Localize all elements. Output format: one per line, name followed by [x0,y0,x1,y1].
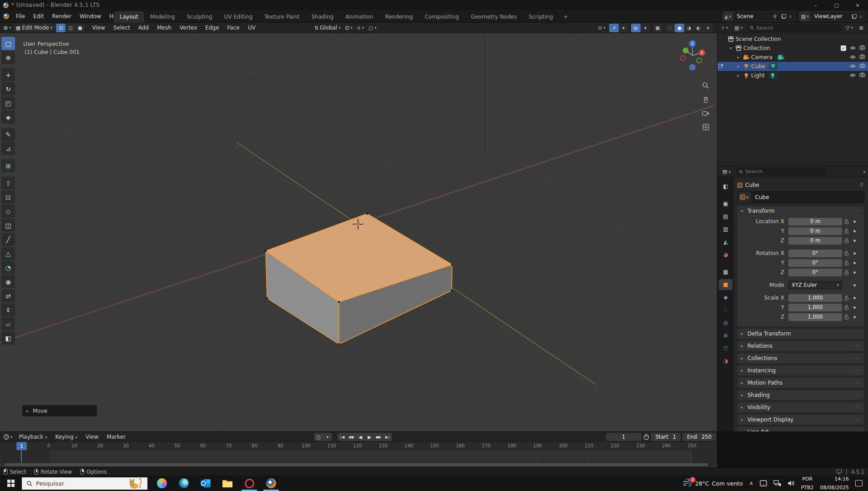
viewport-menu-face[interactable]: Face [223,23,244,33]
pan-hand-button[interactable] [700,94,712,105]
jump-to-end-button[interactable]: ▶∣ [383,433,392,441]
outliner-row-scene-collection[interactable]: Scene Collection [717,35,868,44]
notification-center-button[interactable] [852,476,868,491]
solid-shading-button[interactable]: ● [675,24,684,32]
properties-tab-view-layer[interactable]: ▥ [719,224,732,235]
viewport-menu-vertex[interactable]: Vertex [176,23,202,33]
properties-tab-modifiers[interactable]: ◆ [719,292,732,303]
disable-render-toggle[interactable] [859,72,865,79]
animate-dot[interactable] [851,316,858,318]
tool-select-box[interactable]: ▢ [1,37,15,50]
taskbar-app-edge[interactable] [173,476,195,491]
taskbar-app-file-explorer[interactable] [217,476,238,491]
tool-smooth[interactable]: ◉ [1,275,15,288]
transform-orientation-dropdown[interactable]: ⇅Global▾ [312,24,343,32]
animate-dot[interactable] [851,262,858,264]
network-icon[interactable] [770,476,784,491]
tab-shading[interactable]: Shading [305,11,339,23]
navigation-gizmo[interactable]: Z X [673,36,712,75]
tool-loop-cut[interactable]: ◫ [1,219,15,232]
panel-grip[interactable]: ∷∷ [855,430,861,431]
tab-animation[interactable]: Animation [339,11,379,23]
tab-scripting[interactable]: Scripting [523,11,559,23]
start-button[interactable] [0,476,22,491]
xray-toggle[interactable]: ▩ [653,24,662,32]
scene-selector[interactable]: ◭▾ Scene × [722,11,796,21]
clock[interactable]: 14:16 08/08/2025 [817,476,852,491]
viewport-3d[interactable]: ⊞▾ ▦Edit Mode▾ ⊡ ◫ ■ ViewSelectAddMeshVe… [0,23,717,431]
transform-value-field[interactable]: 0° [788,269,842,276]
taskbar-app-outlook[interactable] [195,476,217,491]
panel-header[interactable]: ▸Shading∷∷ [737,390,864,400]
panel-grip[interactable]: ∷∷ [855,393,861,397]
transform-value-field[interactable]: 0° [788,250,842,257]
orthographic-toggle-button[interactable] [700,121,712,133]
cube-data-icon[interactable] [769,63,778,70]
menu-render[interactable]: Render [48,11,76,21]
camera-view-button[interactable] [700,107,712,119]
transform-value-field[interactable]: 0 m [788,218,842,225]
panel-grip[interactable]: ∷∷ [855,356,861,361]
panel-header[interactable]: ▸Visibility∷∷ [737,402,864,412]
panel-instancing[interactable]: ▸Instancing∷∷ [737,366,864,376]
wireframe-shading-button[interactable]: ◌ [665,24,675,32]
animate-dot[interactable] [851,271,858,274]
timeline-menu-keying[interactable]: Keying ▾ [51,432,81,442]
edge-select-button[interactable]: ◫ [66,24,75,32]
animate-dot[interactable] [851,306,858,309]
camera-data-icon[interactable] [776,54,785,61]
lock-icon[interactable] [842,270,851,275]
properties-search-input[interactable] [745,169,823,175]
pin-icon[interactable] [859,182,864,188]
timeline-menu-view[interactable]: View [81,432,102,442]
tool-bevel[interactable]: ◇ [1,205,15,218]
disable-render-toggle[interactable] [859,63,865,70]
vertex-select-button[interactable]: ⊡ [56,24,66,32]
outliner-item-label[interactable]: Collection [743,45,770,51]
object-name-value[interactable]: Cube [751,192,773,202]
rotation-mode-dropdown[interactable]: XYZ Euler▾ [788,281,842,289]
material-shading-button[interactable]: ◑ [684,24,694,32]
overlays-dropdown[interactable]: ▾ [641,24,650,32]
viewport-menu-edge[interactable]: Edge [201,23,223,33]
rendered-shading-button[interactable]: ◐ [694,24,703,32]
keying-dropdown[interactable]: ▾ [323,433,332,441]
pin-icon[interactable] [772,14,777,19]
tab-geometry-nodes[interactable]: Geometry Nodes [465,11,523,23]
end-frame-field[interactable]: End250 [682,433,716,441]
auto-keying-toggle[interactable]: ○ [314,433,323,441]
scale-value-field[interactable]: 1.000 [788,294,842,302]
panel-viewport-display[interactable]: ▸Viewport Display∷∷ [737,415,864,425]
properties-tab-constraints[interactable]: ⊚ [719,330,732,341]
panel-header[interactable]: ▸Collections∷∷ [737,353,864,363]
panel-header[interactable]: ▸Instancing∷∷ [737,366,864,376]
tab-rendering[interactable]: Rendering [379,11,419,23]
properties-search[interactable] [736,168,827,175]
new-collection-button[interactable]: ⊞ [857,24,866,32]
panel-header[interactable]: ▸Relations∷∷ [737,341,864,351]
properties-tab-tool[interactable]: ◧ [719,181,732,192]
taskbar-app-opera-gx[interactable] [238,476,260,491]
viewlayer-icon[interactable]: ▥▾ [799,12,811,21]
disable-render-toggle[interactable] [859,54,865,60]
pivot-point-dropdown[interactable]: Ω▾ [343,24,355,32]
transform-panel-header[interactable]: ▾ Transform ∷∷ [737,206,864,216]
mode-dropdown[interactable]: ▦Edit Mode▾ [14,24,55,32]
disclosure-icon[interactable]: ▸ [736,55,741,60]
outliner-display-mode-dropdown[interactable]: ⊦▾ [720,24,730,32]
hide-eye-toggle[interactable] [850,72,856,79]
viewport-menu-uv[interactable]: UV [244,23,260,33]
editor-type-button[interactable]: ⊞▾ [1,24,14,32]
timeline-editor-icon[interactable]: ▾ [1,433,15,441]
tab-layout[interactable]: Layout [114,11,144,23]
tool-move[interactable]: + [1,68,15,81]
tool-cursor[interactable]: ⊕ [1,51,15,64]
tool-knife[interactable]: ╱ [1,233,15,246]
snap-magnet-toggle[interactable]: ∩▾ [355,24,367,32]
panel-visibility[interactable]: ▸Visibility∷∷ [737,402,864,412]
object-name-field[interactable]: ▾ Cube [737,191,864,203]
panel-grip[interactable]: ∷∷ [855,381,861,385]
lock-icon[interactable] [842,219,851,224]
play-button[interactable]: ▶ [365,433,374,441]
properties-tab-scene[interactable]: ◭ [719,236,732,247]
